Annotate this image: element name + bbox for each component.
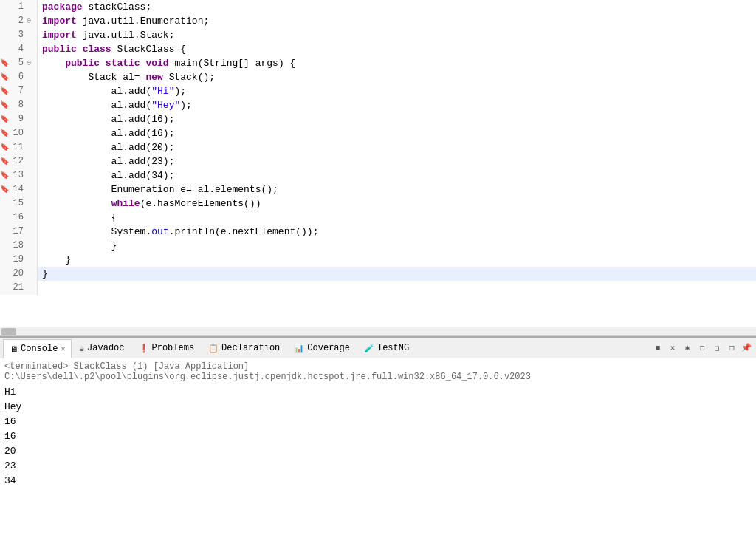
line-number-area: 4 [0, 42, 38, 56]
output-line: 20 [4, 444, 752, 459]
line-icon: 🔖 [0, 84, 10, 98]
line-content: import java.util.Stack; [38, 28, 756, 42]
line-number-area: 🔖7 [0, 84, 38, 98]
line-icon: 🔖 [0, 168, 10, 183]
line-number-area: 🔖11 [0, 140, 38, 154]
code-line: 🔖10 al.add(16); [0, 126, 756, 140]
toolbar-btn-3[interactable]: ❐ [695, 341, 709, 355]
code-lines: 1package stackClass;2⊖import java.util.E… [0, 0, 756, 327]
line-number: 11 [10, 140, 24, 154]
code-line: 🔖5⊖ public static void main(String[] arg… [0, 56, 756, 70]
output-line: Hi [4, 385, 752, 400]
horizontal-scrollbar-thumb[interactable] [1, 328, 16, 335]
code-container: 1package stackClass;2⊖import java.util.E… [0, 0, 756, 327]
code-line: 🔖7 al.add("Hi"); [0, 84, 756, 98]
fold-icon[interactable]: ⊖ [24, 56, 34, 70]
line-number: 1 [10, 0, 24, 14]
line-number-area: 18 [0, 239, 38, 253]
line-number: 20 [10, 267, 24, 281]
line-number: 17 [10, 225, 24, 239]
line-number-area: 16 [0, 211, 38, 225]
tab-icon-testng: 🧪 [364, 344, 374, 353]
tab-close-console[interactable]: ✕ [61, 344, 65, 353]
code-line: 4public class StackClass { [0, 42, 756, 56]
toolbar-btn-6[interactable]: 📌 [740, 341, 753, 355]
line-number: 5 [10, 56, 24, 70]
line-number-area: 🔖8 [0, 98, 38, 112]
line-number: 7 [10, 84, 24, 98]
code-line: 18 } [0, 239, 756, 253]
line-content: } [38, 253, 756, 267]
toolbar-btn-5[interactable]: ❒ [725, 341, 738, 355]
tab-label-console: Console [21, 344, 58, 354]
line-number: 16 [10, 211, 24, 225]
line-content: while(e.hasMoreElements()) [38, 197, 756, 211]
line-icon: 🔖 [0, 140, 10, 154]
line-icon: 🔖 [0, 183, 10, 197]
line-icon: 🔖 [0, 98, 10, 112]
tab-label-coverage: Coverage [307, 343, 350, 353]
toolbar-btn-4[interactable]: ❑ [710, 341, 724, 355]
line-number-area: 3 [0, 28, 38, 42]
line-content: { [38, 211, 756, 225]
line-icon: 🔖 [0, 56, 10, 70]
line-icon: 🔖 [0, 112, 10, 126]
line-number: 10 [10, 126, 24, 140]
tab-icon-coverage: 📊 [294, 344, 304, 353]
horizontal-scrollbar-area[interactable] [0, 327, 756, 335]
tab-declaration[interactable]: 📋Declaration [202, 338, 286, 358]
code-line: 16 { [0, 211, 756, 225]
tab-toolbar: ■✕✱❐❑❒📌 [651, 341, 753, 355]
tab-console[interactable]: 🖥Console✕ [3, 339, 72, 358]
line-content: System.out.println(e.nextElement()); [38, 225, 756, 239]
line-icon: 🔖 [0, 70, 10, 84]
line-number: 6 [10, 70, 24, 84]
tab-icon-problems: ❗ [139, 344, 149, 353]
toolbar-btn-0[interactable]: ■ [651, 341, 664, 355]
line-content: al.add("Hey"); [38, 98, 756, 112]
tab-label-testng: TestNG [377, 343, 409, 353]
line-icon: 🔖 [0, 154, 10, 168]
line-number: 3 [10, 28, 24, 42]
line-content: public class StackClass { [38, 42, 756, 56]
line-content: } [38, 267, 756, 281]
line-number-area: 17 [0, 225, 38, 239]
line-content: Enumeration e= al.elements(); [38, 183, 756, 197]
toolbar-btn-1[interactable]: ✕ [666, 341, 679, 355]
tab-javadoc[interactable]: ☕Javadoc [72, 338, 131, 358]
line-number-area: 🔖12 [0, 154, 38, 168]
line-number: 18 [10, 239, 24, 253]
output-line: 23 [4, 459, 752, 474]
line-content: al.add("Hi"); [38, 84, 756, 98]
line-number-area: 21 [0, 281, 38, 295]
line-content: al.add(23); [38, 154, 756, 168]
tab-problems[interactable]: ❗Problems [132, 338, 202, 358]
tab-testng[interactable]: 🧪TestNG [357, 338, 416, 358]
line-content: } [38, 239, 756, 253]
code-line: 20} [0, 267, 756, 281]
tab-coverage[interactable]: 📊Coverage [287, 338, 357, 358]
code-line: 15 while(e.hasMoreElements()) [0, 197, 756, 211]
line-content: import java.util.Enumeration; [38, 14, 756, 28]
line-number: 21 [10, 281, 24, 295]
toolbar-btn-2[interactable]: ✱ [681, 341, 694, 355]
code-line: 17 System.out.println(e.nextElement()); [0, 225, 756, 239]
line-number-area: 15 [0, 197, 38, 211]
line-number: 15 [10, 197, 24, 211]
line-number-area: 🔖10 [0, 126, 38, 140]
fold-icon[interactable]: ⊖ [24, 14, 34, 28]
line-number-area: 1 [0, 0, 38, 14]
line-content: al.add(34); [38, 168, 756, 183]
output-line: 34 [4, 474, 752, 488]
code-line: 🔖14 Enumeration e= al.elements(); [0, 183, 756, 197]
line-number: 9 [10, 112, 24, 126]
line-number-area: 🔖6 [0, 70, 38, 84]
line-number: 14 [10, 183, 24, 197]
bottom-panel: 🖥Console✕☕Javadoc❗Problems📋Declaration📊C… [0, 336, 756, 535]
output-line: 16 [4, 415, 752, 429]
tab-label-problems: Problems [152, 343, 195, 353]
line-content: public static void main(String[] args) { [38, 56, 756, 70]
code-line: 3import java.util.Stack; [0, 28, 756, 42]
tab-container: 🖥Console✕☕Javadoc❗Problems📋Declaration📊C… [3, 338, 416, 358]
code-line: 1package stackClass; [0, 0, 756, 14]
